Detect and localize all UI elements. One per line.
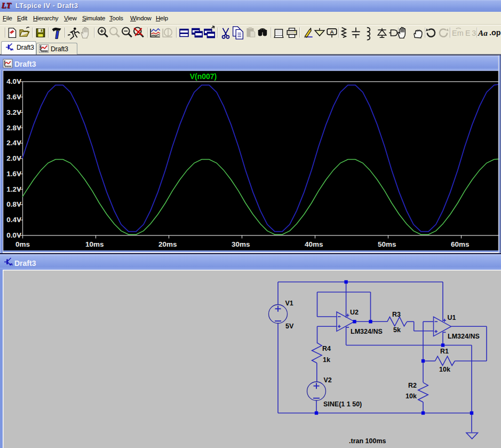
svg-text:30ms: 30ms: [232, 240, 250, 248]
svg-text:V2: V2: [324, 376, 332, 384]
svg-text:50ms: 50ms: [378, 240, 396, 248]
svg-text:U2: U2: [350, 309, 359, 316]
svg-text:LM324/NS: LM324/NS: [448, 333, 480, 340]
svg-text:1k: 1k: [323, 356, 330, 364]
svg-text:Aa: Aa: [478, 28, 488, 37]
svg-text:60ms: 60ms: [451, 240, 470, 248]
svg-text:5k: 5k: [393, 326, 401, 334]
svg-text:40ms: 40ms: [305, 240, 323, 248]
svg-text:A: A: [330, 29, 333, 35]
svg-text:E: E: [465, 29, 471, 37]
svg-text:.tran 100ms: .tran 100ms: [349, 437, 386, 445]
svg-text:SINE(1 1 50): SINE(1 1 50): [323, 400, 362, 408]
svg-text:R3: R3: [392, 311, 401, 318]
svg-text:5V: 5V: [285, 323, 294, 330]
svg-text:10ms: 10ms: [85, 240, 104, 248]
svg-text:3: 3: [472, 29, 476, 37]
svg-text:Draft3: Draft3: [14, 60, 36, 68]
svg-text:R1: R1: [440, 348, 449, 355]
svg-text:Em: Em: [452, 29, 463, 37]
svg-text:20ms: 20ms: [158, 240, 177, 248]
svg-text:LM324/NS: LM324/NS: [351, 328, 383, 335]
svg-text:V1: V1: [285, 300, 293, 307]
svg-text:R2: R2: [408, 382, 417, 389]
svg-text:.op: .op: [489, 28, 501, 37]
svg-text:10k: 10k: [405, 392, 417, 400]
svg-text:0ms: 0ms: [15, 240, 30, 248]
svg-text:R4: R4: [322, 345, 331, 352]
svg-text:V(n007): V(n007): [190, 72, 217, 81]
svg-text:Draft3: Draft3: [14, 259, 36, 268]
svg-text:10k: 10k: [439, 366, 450, 373]
svg-text:U1: U1: [448, 314, 456, 321]
